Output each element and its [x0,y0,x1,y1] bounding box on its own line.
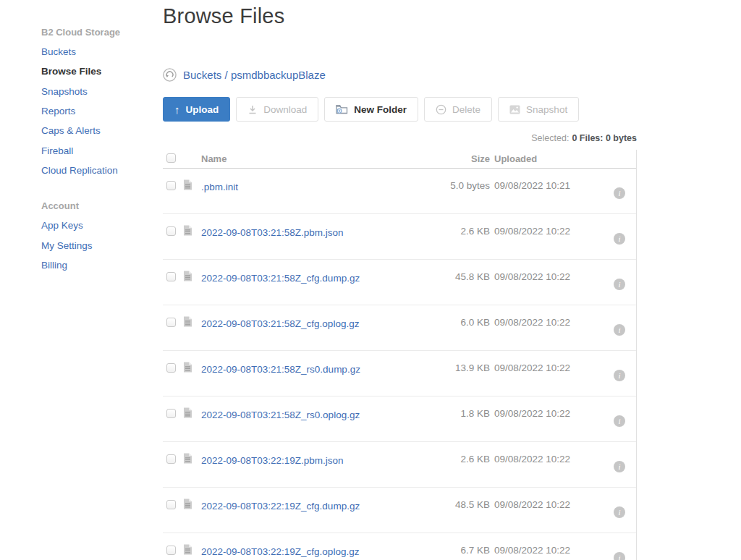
sidebar-item-billing[interactable]: Billing [41,255,163,275]
new-folder-button[interactable]: New Folder [324,97,418,122]
table-row: 2022-09-08T03:21:58Z_rs0.oplog.gz 1.8 KB… [163,396,636,442]
row-checkbox[interactable] [166,272,176,281]
breadcrumb-current-bucket: psmdbbackupBlaze [231,69,326,81]
file-uploaded-date: 09/08/2022 10:22 [494,488,574,510]
file-uploaded-date: 09/08/2022 10:22 [494,533,574,556]
table-row: .pbm.init 5.0 bytes 09/08/2022 10:21 i [163,169,636,214]
upload-icon: ↑ [174,104,180,115]
row-checkbox[interactable] [166,363,176,373]
file-icon [183,396,201,421]
file-name-link[interactable]: 2022-09-08T03:21:58Z_cfg.dump.gz [201,273,360,284]
file-size: 13.9 KB [418,351,490,373]
file-info-icon[interactable]: i [614,415,625,427]
delete-button[interactable]: Delete [424,97,492,122]
sidebar-section: B2 Cloud Storage BucketsBrowse FilesSnap… [41,22,163,180]
row-checkbox[interactable] [166,181,176,190]
file-info-icon[interactable]: i [614,506,625,518]
sidebar-section: Account App KeysMy SettingsBilling [41,195,163,275]
breadcrumb-path: Buckets / psmdbbackupBlaze [183,69,326,81]
sidebar-item-my-settings[interactable]: My Settings [41,235,163,255]
file-icon [183,351,201,376]
file-name-link[interactable]: 2022-09-08T03:22:19Z.pbm.json [201,455,344,466]
selection-label: Selected: [531,133,569,143]
row-checkbox[interactable] [166,454,176,464]
file-name-link[interactable]: 2022-09-08T03:22:19Z_cfg.oplog.gz [201,546,359,557]
file-uploaded-date: 09/08/2022 10:22 [494,442,574,464]
snapshot-icon [509,105,520,114]
file-name-link[interactable]: 2022-09-08T03:21:58Z_rs0.dump.gz [201,364,360,375]
file-info-icon[interactable]: i [614,324,625,336]
file-info-icon[interactable]: i [614,552,625,560]
sidebar-item-fireball[interactable]: Fireball [41,140,163,160]
column-header-uploaded: Uploaded [494,153,574,164]
sidebar-item-cloud-replication[interactable]: Cloud Replication [41,161,163,180]
table-row: 2022-09-08T03:21:58Z_cfg.dump.gz 45.8 KB… [163,260,636,305]
file-uploaded-date: 09/08/2022 10:22 [494,351,574,373]
file-uploaded-date: 09/08/2022 10:22 [494,396,574,419]
sidebar-item-buckets[interactable]: Buckets [41,42,163,61]
sidebar-section-header: Account [41,195,163,216]
file-info-icon[interactable]: i [614,233,625,245]
file-icon [183,533,201,558]
row-checkbox[interactable] [166,409,176,418]
column-header-size: Size [418,153,490,164]
file-icon [183,305,201,330]
selection-summary: Selected:0 Files: 0 bytes [163,133,637,144]
table-row: 2022-09-08T03:21:58Z_rs0.dump.gz 13.9 KB… [163,351,636,396]
delete-icon [436,104,446,115]
file-uploaded-date: 09/08/2022 10:22 [494,305,574,328]
file-table-area: Selected:0 Files: 0 bytes Name Size Uplo… [163,133,637,560]
selection-value: 0 Files: 0 bytes [572,133,637,143]
snapshot-button[interactable]: Snapshot [498,97,579,122]
toolbar: ↑ Upload Download [163,97,741,122]
file-uploaded-date: 09/08/2022 10:22 [494,214,574,237]
new-folder-icon [336,104,348,114]
sidebar-item-browse-files[interactable]: Browse Files [41,61,163,81]
file-table-body: .pbm.init 5.0 bytes 09/08/2022 10:21 i 2… [163,169,636,560]
sidebar-list: App KeysMy SettingsBilling [41,216,163,275]
file-info-icon[interactable]: i [614,279,625,290]
table-row: 2022-09-08T03:22:19Z_cfg.dump.gz 48.5 KB… [163,488,636,533]
breadcrumb-buckets-link[interactable]: Buckets [183,69,221,81]
table-row: 2022-09-08T03:22:19Z.pbm.json 2.6 KB 09/… [163,442,636,488]
file-name-link[interactable]: .pbm.init [201,182,238,192]
file-size: 6.0 KB [418,305,490,328]
file-uploaded-date: 09/08/2022 10:21 [494,169,574,191]
file-size: 2.6 KB [418,214,490,237]
file-icon [183,488,201,512]
download-button[interactable]: Download [236,97,318,122]
file-size: 5.0 bytes [418,169,490,191]
row-checkbox[interactable] [166,546,176,555]
file-info-icon[interactable]: i [614,461,625,472]
select-all-checkbox[interactable] [166,153,176,163]
sidebar-item-reports[interactable]: Reports [41,101,163,121]
row-checkbox[interactable] [166,318,176,327]
file-table-header: Name Size Uploaded [163,150,636,169]
file-name-link[interactable]: 2022-09-08T03:21:58Z.pbm.json [201,227,344,238]
breadcrumb-separator: / [221,69,231,81]
table-row: 2022-09-08T03:22:19Z_cfg.oplog.gz 6.7 KB… [163,533,636,560]
row-checkbox[interactable] [166,226,176,236]
sidebar-item-caps-alerts[interactable]: Caps & Alerts [41,121,163,140]
row-checkbox[interactable] [166,500,176,509]
upload-button[interactable]: ↑ Upload [163,97,230,122]
sidebar-list: BucketsBrowse FilesSnapshotsReportsCaps … [41,42,163,180]
file-icon [183,169,201,193]
file-name-link[interactable]: 2022-09-08T03:22:19Z_cfg.dump.gz [201,501,360,512]
table-row: 2022-09-08T03:21:58Z.pbm.json 2.6 KB 09/… [163,214,636,260]
table-row: 2022-09-08T03:21:58Z_cfg.oplog.gz 6.0 KB… [163,305,636,351]
file-name-link[interactable]: 2022-09-08T03:21:58Z_rs0.oplog.gz [201,410,360,420]
file-size: 6.7 KB [418,533,490,556]
file-size: 45.8 KB [418,260,490,282]
sidebar-item-snapshots[interactable]: Snapshots [41,82,163,101]
back-icon[interactable] [163,68,177,82]
file-name-link[interactable]: 2022-09-08T03:21:58Z_cfg.oplog.gz [201,318,359,329]
file-icon [183,260,201,284]
breadcrumb: Buckets / psmdbbackupBlaze [163,68,741,82]
file-info-icon[interactable]: i [614,370,625,381]
sidebar-item-app-keys[interactable]: App Keys [41,216,163,235]
file-table: Name Size Uploaded .pbm.init 5.0 bytes 0… [163,150,637,560]
file-icon [183,214,201,239]
page-title: Browse Files [163,1,741,30]
file-info-icon[interactable]: i [614,187,625,199]
